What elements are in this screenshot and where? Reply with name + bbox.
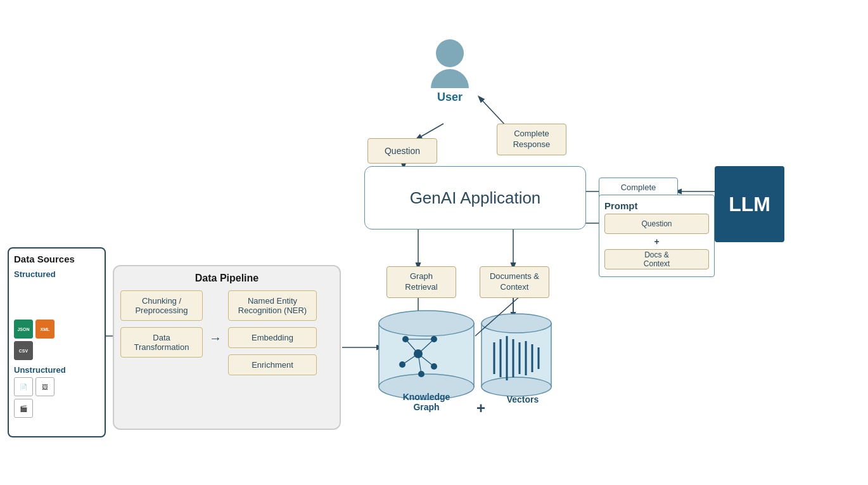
svg-point-21 (482, 377, 551, 396)
knowledge-graph-label: Knowledge Graph (385, 392, 468, 412)
pipeline-content: Chunking / Preprocessing Data Transforma… (120, 290, 333, 375)
pipeline-col-right: Named Entity Recognition (NER) Embedding… (228, 290, 317, 375)
question-label: Question (385, 146, 420, 156)
llm-box: LLM (715, 166, 784, 242)
embedding-label: Embedding (252, 333, 293, 342)
chunking-label: Chunking / Preprocessing (135, 296, 188, 315)
docs-context-inner-label: Docs & Context (644, 250, 670, 268)
diagram: User Question Complete Response GenAI Ap… (0, 0, 868, 485)
pipeline-col-left: Chunking / Preprocessing Data Transforma… (120, 290, 203, 375)
svg-line-3 (480, 98, 507, 127)
llm-label: LLM (729, 193, 770, 216)
csv-icon-row: CSV (14, 341, 99, 360)
question-inner-box: Question (604, 214, 709, 234)
data-transformation-label: Data Transformation (134, 333, 189, 352)
plus-between-label: + (476, 399, 485, 417)
user-head (436, 39, 464, 67)
docs-context-inner-box: Docs & Context (604, 249, 709, 269)
data-pipeline-section: Data Pipeline Chunking / Preprocessing D… (113, 265, 341, 430)
knowledge-graph-text: Knowledge Graph (403, 392, 450, 412)
unstructured-icons-row: 📄 🖼 (14, 377, 99, 396)
json-icon: JSON (14, 320, 33, 339)
plus-label: + (654, 236, 659, 247)
user-label: User (437, 91, 463, 104)
documents-context-box: Documents & Context (480, 266, 549, 298)
documents-context-label: Documents & Context (490, 271, 539, 293)
chunking-box: Chunking / Preprocessing (120, 290, 203, 321)
vectors-text: Vectors (507, 394, 539, 404)
data-sources-title: Data Sources (14, 254, 99, 264)
genai-app-box: GenAI Application (364, 166, 586, 230)
question-box: Question (367, 138, 437, 164)
complete-response-top-label: Complete Response (513, 129, 551, 150)
prompt-outer-box: Prompt Question + Docs & Context (599, 195, 715, 277)
video-icon-row: 🎬 (14, 399, 99, 418)
ner-box: Named Entity Recognition (NER) (228, 290, 317, 321)
ner-label: Named Entity Recognition (NER) (238, 296, 307, 315)
doc-icon: 📄 (14, 377, 33, 396)
svg-point-20 (482, 314, 551, 333)
file-icons-row: JSON XML (14, 320, 99, 339)
xml-icon: XML (35, 320, 54, 339)
svg-point-17 (379, 311, 474, 336)
enrichment-box: Enrichment (228, 354, 317, 375)
structured-label: Structured (14, 269, 99, 279)
svg-line-0 (418, 124, 444, 138)
genai-app-label: GenAI Application (410, 188, 541, 208)
user-icon: User (431, 39, 469, 104)
pipeline-title: Data Pipeline (120, 273, 333, 284)
image-icon: 🖼 (35, 377, 54, 396)
complete-response-top-box: Complete Response (497, 124, 566, 155)
data-sources-section: Data Sources Structured JSON XML CSV Uns… (8, 247, 106, 437)
pipeline-arrow: → (209, 290, 222, 373)
question-inner-label: Question (641, 219, 672, 228)
graph-retrieval-label: Graph Retrieval (405, 271, 437, 293)
video-icon: 🎬 (14, 399, 33, 418)
vectors-label: Vectors (497, 394, 548, 404)
prompt-label: Prompt (604, 200, 638, 211)
graph-retrieval-box: Graph Retrieval (386, 266, 456, 298)
csv-icon: CSV (14, 341, 33, 360)
embedding-box: Embedding (228, 327, 317, 348)
enrichment-label: Enrichment (252, 360, 293, 370)
data-transformation-box: Data Transformation (120, 327, 203, 358)
user-body (431, 69, 469, 88)
unstructured-label: Unstructured (14, 365, 99, 375)
